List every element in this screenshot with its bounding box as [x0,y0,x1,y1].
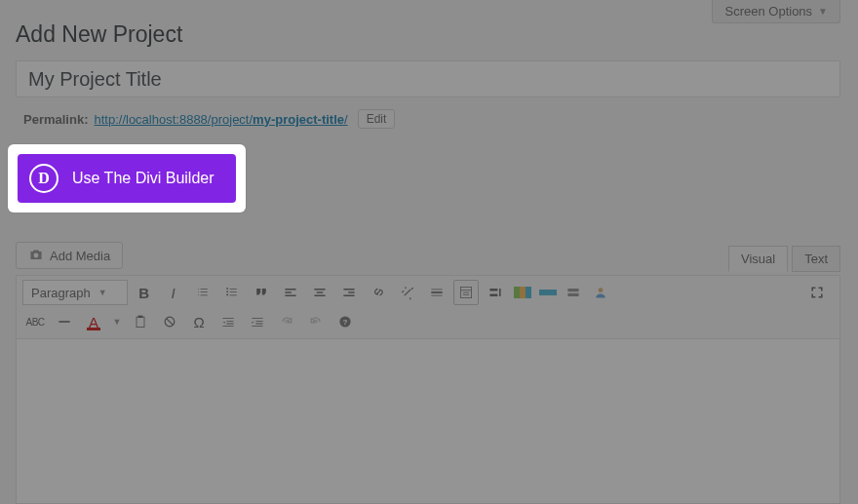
project-title-input[interactable] [16,60,840,97]
tab-text[interactable]: Text [792,246,840,272]
chevron-down-icon: ▼ [818,6,828,17]
align-center-button[interactable] [307,280,332,305]
text-color-button[interactable]: A [81,309,106,334]
permalink-slug[interactable]: my-project-title [253,112,344,127]
camera-music-icon [28,248,44,263]
column-layout-3-button[interactable] [563,280,584,305]
svg-rect-6 [138,316,143,318]
editor-toolbar: Paragraph ▼ B I ABC A ▼ Ω [17,276,839,339]
screen-options-label: Screen Options [724,4,812,19]
permalink-trail[interactable]: / [344,112,348,127]
chevron-down-icon: ▼ [98,288,107,297]
add-media-label: Add Media [50,249,110,263]
use-divi-builder-button[interactable]: D Use The Divi Builder [18,154,236,203]
permalink-base[interactable]: http://localhost:8888/project/ [94,112,253,127]
bullet-list-button[interactable] [190,280,215,305]
toolbar-toggle-button[interactable] [453,280,479,305]
italic-button[interactable]: I [161,280,186,305]
outdent-button[interactable] [215,309,241,334]
link-button[interactable] [366,280,391,305]
read-more-button[interactable] [424,280,449,305]
editor-tabs: Visual Text [728,246,840,272]
svg-rect-2 [567,293,578,296]
text-color-chevron[interactable]: ▼ [110,309,124,334]
permalink-row: Permalink: http://localhost:8888/project… [23,109,395,129]
special-char-button[interactable]: Ω [186,309,212,334]
page-title: Add New Project [16,21,182,48]
tab-visual[interactable]: Visual [728,246,788,272]
add-media-button[interactable]: Add Media [16,242,123,269]
indent-button[interactable] [245,309,270,334]
column-layout-2-button[interactable] [537,280,559,305]
column-layout-1-button[interactable] [512,280,533,305]
svg-point-3 [598,288,603,292]
svg-text:?: ? [343,318,348,327]
fullscreen-button[interactable] [804,280,830,305]
format-select-value: Paragraph [31,286,91,300]
user-icon-button[interactable] [588,280,613,305]
svg-rect-4 [58,321,69,323]
paste-text-button[interactable] [128,309,153,334]
svg-rect-1 [567,289,578,291]
screen-options-toggle[interactable]: Screen Options ▼ [712,0,840,23]
svg-rect-5 [136,317,144,327]
format-select[interactable]: Paragraph ▼ [22,280,128,305]
divi-highlight: D Use The Divi Builder [8,144,246,213]
bold-button[interactable]: B [132,280,157,305]
help-button[interactable]: ? [332,309,358,334]
redo-button[interactable] [303,309,329,334]
permalink-label: Permalink: [23,112,88,127]
strikethrough-button[interactable]: ABC [22,309,48,334]
clear-formatting-button[interactable] [157,309,182,334]
editor-container: Paragraph ▼ B I ABC A ▼ Ω [16,275,840,504]
edit-permalink-button[interactable]: Edit [358,109,396,129]
unlink-button[interactable] [395,280,420,305]
toggle-toolbar-2-button[interactable] [483,280,508,305]
blockquote-button[interactable] [249,280,274,305]
align-left-button[interactable] [278,280,303,305]
divi-logo-icon: D [29,164,58,193]
numbered-list-button[interactable] [219,280,245,305]
undo-button[interactable] [274,309,299,334]
align-right-button[interactable] [336,280,362,305]
divi-button-label: Use The Divi Builder [72,170,214,187]
hr-button[interactable] [52,309,77,334]
editor-content-area[interactable] [17,339,839,503]
